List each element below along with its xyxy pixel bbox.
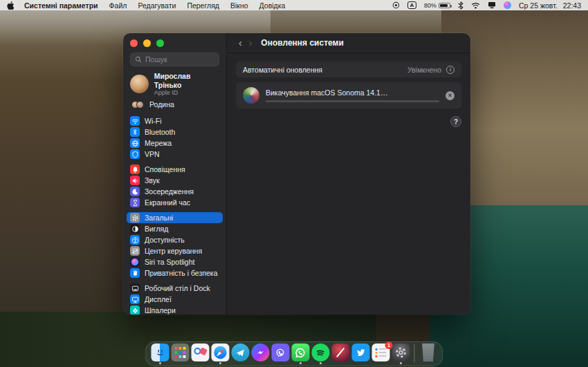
apple-id-row[interactable]: Мирослав Трінько Apple ID bbox=[123, 66, 226, 97]
shield-icon bbox=[130, 149, 140, 159]
telegram-icon bbox=[231, 344, 249, 361]
battery-indicator[interactable]: 80% bbox=[424, 2, 450, 9]
dock-item-launchpad[interactable] bbox=[171, 344, 190, 363]
dock-item-whatsapp[interactable] bbox=[291, 344, 310, 363]
record-status-icon[interactable] bbox=[392, 1, 400, 9]
hourglass-icon bbox=[130, 198, 140, 207]
sidebar-item-privacy[interactable]: Приватність і безпека bbox=[127, 267, 223, 279]
sidebar-item-siri-spotlight[interactable]: Siri та Spotlight bbox=[127, 256, 223, 267]
bell-icon bbox=[130, 164, 140, 174]
help-button[interactable]: ? bbox=[450, 116, 461, 127]
forward-button[interactable]: › bbox=[246, 38, 256, 48]
gear-icon bbox=[130, 213, 140, 223]
menu-window[interactable]: Вікно bbox=[225, 1, 254, 10]
wallpaper-icon bbox=[130, 305, 140, 314]
input-source-icon[interactable]: A bbox=[407, 1, 416, 9]
zoom-window-button[interactable] bbox=[156, 39, 164, 47]
minimize-window-button[interactable] bbox=[143, 39, 151, 47]
dock-item-viber[interactable] bbox=[271, 344, 290, 363]
sidebar-item-label: Приватність і безпека bbox=[145, 269, 217, 277]
sidebar-item-label: Зосередження bbox=[145, 187, 194, 196]
screen-mirroring-icon[interactable] bbox=[488, 1, 496, 9]
sidebar-item-label: Шпалери bbox=[145, 306, 176, 314]
sidebar-item-focus[interactable]: Зосередження bbox=[127, 186, 223, 197]
sidebar-item-sound[interactable]: Звук bbox=[127, 175, 223, 186]
sidebar-item-label: Дисплеї bbox=[145, 295, 172, 303]
sidebar-item-wifi[interactable]: Wi-Fi bbox=[127, 115, 223, 126]
cancel-download-button[interactable]: × bbox=[445, 91, 454, 100]
siri-icon bbox=[130, 257, 140, 267]
sidebar-item-desktop-dock[interactable]: Робочий стіл і Dock bbox=[127, 283, 223, 294]
sidebar-item-label: VPN bbox=[145, 150, 160, 158]
running-indicator bbox=[300, 362, 302, 364]
dock-item-twitter[interactable] bbox=[351, 344, 370, 363]
download-label: Викачування macOS Sonoma 14.1… bbox=[266, 88, 439, 97]
dock-item-trash[interactable] bbox=[419, 344, 438, 363]
spotify-icon bbox=[311, 344, 329, 361]
dock: 1 bbox=[145, 341, 443, 366]
info-icon[interactable]: i bbox=[446, 66, 454, 74]
sidebar-item-label: Мережа bbox=[145, 139, 172, 147]
sidebar-item-accessibility[interactable]: Доступність bbox=[127, 234, 223, 245]
sidebar-item-displays[interactable]: Дисплеї bbox=[127, 294, 223, 305]
window-controls bbox=[123, 33, 226, 47]
dock-item-freeform[interactable] bbox=[191, 344, 210, 363]
menu-help[interactable]: Довідка bbox=[254, 1, 291, 10]
accessibility-icon bbox=[130, 235, 140, 245]
sidebar-item-appearance[interactable]: Вигляд bbox=[127, 223, 223, 234]
family-row[interactable]: Родина bbox=[123, 97, 226, 110]
wifi-icon[interactable] bbox=[471, 2, 480, 9]
menu-bar-date: Ср 25 жовт. bbox=[519, 1, 558, 10]
hand-icon bbox=[130, 268, 140, 278]
sidebar-item-label: Загальні bbox=[145, 214, 173, 222]
wifi-icon bbox=[130, 116, 140, 126]
menu-view[interactable]: Перегляд bbox=[181, 1, 225, 10]
apple-menu-icon[interactable] bbox=[7, 1, 15, 10]
dock-item-pixelmator[interactable] bbox=[331, 344, 350, 363]
running-indicator bbox=[320, 362, 322, 364]
panel-header: ‹ › Оновлення системи bbox=[227, 33, 470, 53]
menu-bar-clock[interactable]: Ср 25 жовт. 22:43 bbox=[519, 1, 581, 10]
family-label: Родина bbox=[149, 100, 174, 109]
automatic-updates-row[interactable]: Автоматичні оновлення Увімкнено i bbox=[236, 62, 461, 77]
system-settings-icon bbox=[392, 344, 410, 361]
messenger-icon bbox=[251, 344, 269, 361]
system-settings-window: Мирослав Трінько Apple ID Родина Wi-Fi B… bbox=[123, 33, 470, 314]
finder-icon bbox=[151, 344, 169, 361]
dock-item-telegram[interactable] bbox=[231, 344, 250, 363]
dock-item-spotify[interactable] bbox=[311, 344, 330, 363]
siri-icon[interactable] bbox=[504, 1, 511, 9]
running-indicator bbox=[159, 362, 161, 364]
close-window-button[interactable] bbox=[130, 39, 138, 47]
twitter-icon bbox=[351, 344, 369, 361]
safari-icon bbox=[211, 344, 229, 361]
menu-app-name[interactable]: Системні параметри bbox=[19, 1, 104, 10]
freeform-icon bbox=[191, 344, 209, 361]
search-input[interactable] bbox=[145, 55, 214, 64]
dock-item-safari[interactable] bbox=[211, 344, 230, 363]
dock-item-messenger[interactable] bbox=[251, 344, 270, 363]
sidebar-item-notifications[interactable]: Сповіщення bbox=[127, 164, 223, 175]
viber-icon bbox=[271, 344, 289, 361]
sidebar-item-screen-time[interactable]: Екранний час bbox=[127, 197, 223, 208]
sidebar-item-label: Вигляд bbox=[145, 225, 168, 233]
sidebar-item-label: Wi-Fi bbox=[145, 117, 162, 125]
sidebar-item-network[interactable]: Мережа bbox=[127, 138, 223, 149]
menu-edit[interactable]: Редагувати bbox=[132, 1, 181, 10]
sidebar-item-wallpaper[interactable]: Шпалери bbox=[127, 305, 223, 314]
search-field[interactable] bbox=[130, 53, 219, 66]
bluetooth-icon[interactable] bbox=[458, 1, 463, 10]
back-button[interactable]: ‹ bbox=[235, 38, 246, 48]
sidebar-item-label: Звук bbox=[145, 176, 160, 185]
display-icon bbox=[130, 294, 140, 304]
sidebar-item-bluetooth[interactable]: Bluetooth bbox=[127, 126, 223, 138]
automatic-updates-label: Автоматичні оновлення bbox=[243, 66, 322, 74]
sidebar-item-control-center[interactable]: Центр керування bbox=[127, 245, 223, 256]
sidebar-item-general[interactable]: Загальні bbox=[127, 212, 223, 223]
menu-file[interactable]: Файл bbox=[104, 1, 133, 10]
dock-item-reminders[interactable]: 1 bbox=[371, 344, 390, 363]
sidebar-item-vpn[interactable]: VPN bbox=[127, 149, 223, 160]
speaker-icon bbox=[130, 176, 140, 185]
dock-item-finder[interactable] bbox=[151, 344, 169, 363]
dock-item-system-settings[interactable] bbox=[392, 344, 410, 363]
